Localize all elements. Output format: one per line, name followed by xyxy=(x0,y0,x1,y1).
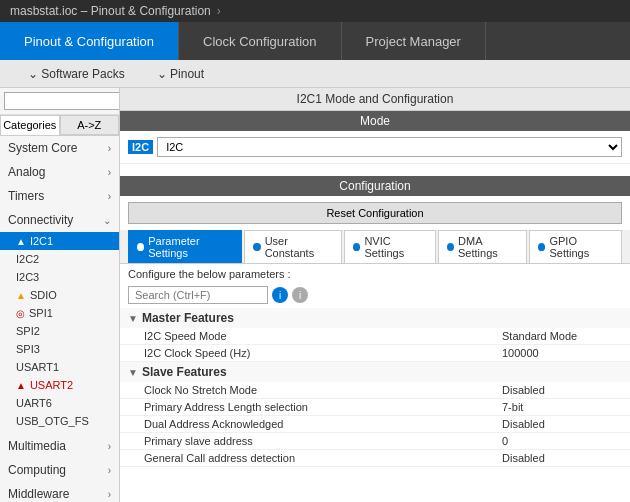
spacer xyxy=(120,164,630,172)
title-text: masbstat.ioc – Pinout & Configuration xyxy=(10,4,211,18)
top-tab-bar: Pinout & Configuration Clock Configurati… xyxy=(0,22,630,60)
i2c-badge: I2C xyxy=(128,140,153,154)
param-row-i2c-speed-mode: I2C Speed Mode Standard Mode xyxy=(120,328,630,345)
sidebar-item-connectivity[interactable]: Connectivity ⌄ xyxy=(0,208,119,232)
chevron-down-icon: ▼ xyxy=(128,367,138,378)
sidebar-item-timers[interactable]: Timers › xyxy=(0,184,119,208)
dot-icon xyxy=(353,243,360,251)
dot-icon xyxy=(137,243,144,251)
content-title: I2C1 Mode and Configuration xyxy=(120,88,630,111)
chevron-right-icon: › xyxy=(108,167,111,178)
reset-configuration-button[interactable]: Reset Configuration xyxy=(128,202,622,224)
sidebar-item-i2c2[interactable]: I2C2 xyxy=(0,250,119,268)
sidebar: Categories A->Z System Core › Analog › T… xyxy=(0,88,120,502)
param-row-primary-slave-address: Primary slave address 0 xyxy=(120,433,630,450)
title-bar: masbstat.ioc – Pinout & Configuration › xyxy=(0,0,630,22)
tab-gpio-settings[interactable]: GPIO Settings xyxy=(529,230,622,263)
master-features-header[interactable]: ▼ Master Features xyxy=(120,308,630,328)
tab-clock[interactable]: Clock Configuration xyxy=(179,22,341,60)
params-subtitle: Configure the below parameters : xyxy=(120,264,630,284)
dot-icon xyxy=(447,243,454,251)
tab-user-constants[interactable]: User Constants xyxy=(244,230,342,263)
content-area: I2C1 Mode and Configuration Mode I2C I2C… xyxy=(120,88,630,502)
sidebar-item-spi3[interactable]: SPI3 xyxy=(0,340,119,358)
pinout-btn[interactable]: ⌄ Pinout xyxy=(141,67,220,81)
chevron-right-icon: › xyxy=(108,489,111,500)
sidebar-item-sdio[interactable]: ▲ SDIO xyxy=(0,286,119,304)
sidebar-item-spi2[interactable]: SPI2 xyxy=(0,322,119,340)
sidebar-tab-categories[interactable]: Categories xyxy=(0,115,60,135)
config-tab-row: Parameter Settings User Constants NVIC S… xyxy=(120,230,630,264)
warning-icon: ▲ xyxy=(16,236,26,247)
sidebar-item-spi1[interactable]: ◎ SPI1 xyxy=(0,304,119,322)
sidebar-item-multimedia[interactable]: Multimedia › xyxy=(0,434,119,458)
sidebar-item-usart2[interactable]: ▲ USART2 xyxy=(0,376,119,394)
sidebar-item-i2c1[interactable]: ▲ I2C1 xyxy=(0,232,119,250)
title-arrow: › xyxy=(217,4,221,18)
chevron-right-icon: › xyxy=(108,465,111,476)
dot-icon xyxy=(253,243,260,251)
mode-select[interactable]: I2C SMBus Alert Disable xyxy=(157,137,622,157)
chevron-right-icon: › xyxy=(108,191,111,202)
sidebar-item-uart6[interactable]: UART6 xyxy=(0,394,119,412)
search-row: i i xyxy=(120,284,630,308)
tab-nvic-settings[interactable]: NVIC Settings xyxy=(344,230,436,263)
warning-icon: ▲ xyxy=(16,380,26,391)
param-row-dual-address: Dual Address Acknowledged Disabled xyxy=(120,416,630,433)
sub-bar: ⌄ Software Packs ⌄ Pinout xyxy=(0,60,630,88)
software-packs-btn[interactable]: ⌄ Software Packs xyxy=(12,67,141,81)
mode-row: I2C I2C SMBus Alert Disable xyxy=(120,131,630,164)
sidebar-item-usb-otg-fs[interactable]: USB_OTG_FS xyxy=(0,412,119,430)
chevron-right-icon: › xyxy=(108,441,111,452)
sidebar-search-input[interactable] xyxy=(4,92,120,110)
param-search-input[interactable] xyxy=(128,286,268,304)
sidebar-tab-atoz[interactable]: A->Z xyxy=(60,115,120,135)
sidebar-item-usart1[interactable]: USART1 xyxy=(0,358,119,376)
mode-section-label: Mode xyxy=(120,111,630,131)
sidebar-search-row xyxy=(0,88,119,115)
sidebar-item-computing[interactable]: Computing › xyxy=(0,458,119,482)
sidebar-item-analog[interactable]: Analog › xyxy=(0,160,119,184)
tab-pinout[interactable]: Pinout & Configuration xyxy=(0,22,179,60)
tab-project[interactable]: Project Manager xyxy=(342,22,486,60)
chevron-right-icon: › xyxy=(108,143,111,154)
slave-features-header[interactable]: ▼ Slave Features xyxy=(120,362,630,382)
info-icon[interactable]: i xyxy=(272,287,288,303)
config-section-label: Configuration xyxy=(120,176,630,196)
sidebar-item-system-core[interactable]: System Core › xyxy=(0,136,119,160)
tab-parameter-settings[interactable]: Parameter Settings xyxy=(128,230,242,263)
param-row-i2c-clock-speed: I2C Clock Speed (Hz) 100000 xyxy=(120,345,630,362)
chevron-down-icon: ▼ xyxy=(128,313,138,324)
tab-dma-settings[interactable]: DMA Settings xyxy=(438,230,527,263)
chevron-down-icon: ⌄ xyxy=(103,215,111,226)
param-row-general-call: General Call address detection Disabled xyxy=(120,450,630,467)
warning-icon: ▲ xyxy=(16,290,26,301)
dot-icon xyxy=(538,243,545,251)
sidebar-item-middleware[interactable]: Middleware › xyxy=(0,482,119,502)
param-row-primary-address-length: Primary Address Length selection 7-bit xyxy=(120,399,630,416)
param-row-clock-no-stretch: Clock No Stretch Mode Disabled xyxy=(120,382,630,399)
info-icon-2[interactable]: i xyxy=(292,287,308,303)
sidebar-item-i2c3[interactable]: I2C3 xyxy=(0,268,119,286)
sidebar-tab-row: Categories A->Z xyxy=(0,115,119,136)
main-layout: Categories A->Z System Core › Analog › T… xyxy=(0,88,630,502)
error-icon: ◎ xyxy=(16,308,25,319)
